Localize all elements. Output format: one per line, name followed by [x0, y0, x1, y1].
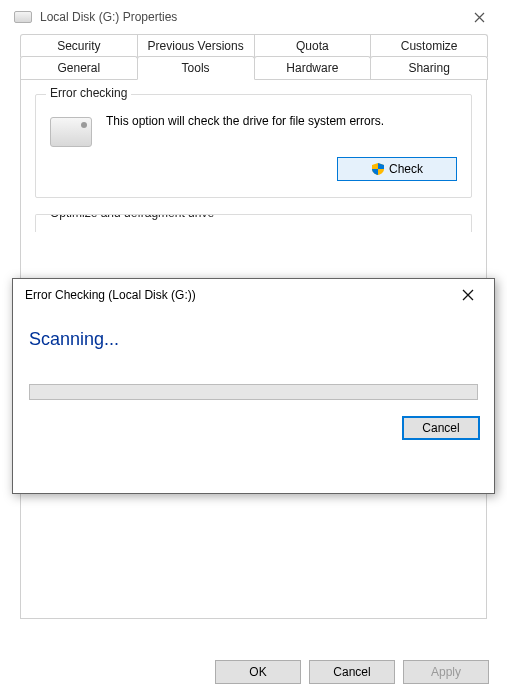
scan-status: Scanning... [29, 329, 478, 350]
dialog-titlebar: Error Checking (Local Disk (G:)) [13, 279, 494, 311]
tab-tools[interactable]: Tools [137, 56, 255, 80]
group-optimize: Optimize and defragment drive [35, 214, 472, 232]
error-checking-dialog: Error Checking (Local Disk (G:)) Scannin… [12, 278, 495, 494]
check-button[interactable]: Check [337, 157, 457, 181]
close-button[interactable] [457, 2, 501, 32]
error-checking-description: This option will check the drive for fil… [106, 109, 457, 129]
cancel-button[interactable]: Cancel [309, 660, 395, 684]
window-title: Local Disk (G:) Properties [40, 10, 457, 24]
progress-bar [29, 384, 478, 400]
ok-button[interactable]: OK [215, 660, 301, 684]
uac-shield-icon [371, 162, 385, 176]
tab-security[interactable]: Security [20, 34, 138, 57]
tab-previous-versions[interactable]: Previous Versions [137, 34, 255, 57]
tab-quota[interactable]: Quota [254, 34, 372, 57]
close-icon [474, 12, 485, 23]
group-error-checking-legend: Error checking [46, 86, 131, 100]
dialog-close-button[interactable] [448, 281, 488, 309]
group-optimize-legend: Optimize and defragment drive [46, 214, 218, 220]
dialog-title: Error Checking (Local Disk (G:)) [25, 288, 448, 302]
tab-customize[interactable]: Customize [370, 34, 488, 57]
tab-row-2: General Tools Hardware Sharing [20, 56, 487, 80]
tab-sharing[interactable]: Sharing [370, 56, 488, 80]
check-button-label: Check [389, 162, 423, 176]
group-error-checking: Error checking This option will check th… [35, 94, 472, 198]
dialog-button-bar: OK Cancel Apply [215, 660, 489, 684]
drive-icon [14, 11, 32, 23]
tab-general[interactable]: General [20, 56, 138, 80]
dialog-cancel-button[interactable]: Cancel [402, 416, 480, 440]
tab-row-1: Security Previous Versions Quota Customi… [20, 34, 487, 57]
dialog-body: Scanning... [13, 311, 494, 400]
apply-button: Apply [403, 660, 489, 684]
error-checking-button-row: Check [50, 157, 457, 181]
drive-large-icon [50, 117, 92, 147]
titlebar: Local Disk (G:) Properties [0, 0, 507, 34]
group-error-checking-row: This option will check the drive for fil… [50, 109, 457, 147]
tab-hardware[interactable]: Hardware [254, 56, 372, 80]
close-icon [462, 289, 474, 301]
dialog-button-row: Cancel [13, 400, 494, 454]
